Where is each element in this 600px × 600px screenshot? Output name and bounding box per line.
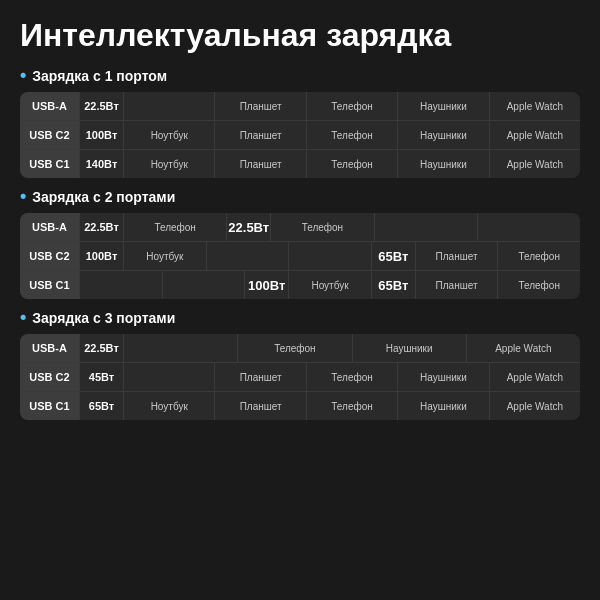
watt-label: 100Вт [245, 271, 289, 299]
device-cell: Наушники [398, 92, 489, 120]
device-cell: Наушники [398, 121, 489, 149]
device-cell [124, 92, 215, 120]
port-label: USB C1 [20, 271, 80, 299]
watt-label: 22.5Вт [80, 213, 124, 241]
table-row: USB-A 22.5Вт Телефон 22.5Вт Телефон [20, 213, 580, 242]
device-cell: Телефон [307, 92, 398, 120]
watt-label: 22.5Вт [80, 334, 124, 362]
section-2-title: Зарядка с 2 портами [20, 186, 580, 207]
device-cell: Apple Watch [467, 334, 580, 362]
device-cell: Планшет [215, 392, 306, 420]
device-cell: Наушники [398, 150, 489, 178]
section-3-title: Зарядка с 3 портами [20, 307, 580, 328]
device-cell: Планшет [416, 271, 499, 299]
table-row: USB C1 140Вт Ноутбук Планшет Телефон Нау… [20, 150, 580, 178]
device-cell: Планшет [215, 363, 306, 391]
device-cell: Ноутбук [124, 242, 207, 270]
port-label: USB C1 [20, 150, 80, 178]
watt-label: 100Вт [80, 121, 124, 149]
device-cell: Наушники [398, 363, 489, 391]
port-label: USB C1 [20, 392, 80, 420]
device-cell: Телефон [124, 213, 227, 241]
device-cell: Ноутбук [289, 271, 372, 299]
watt-label: 100Вт [80, 242, 124, 270]
device-cell: Телефон [307, 392, 398, 420]
port-label: USB C2 [20, 242, 80, 270]
device-cell: Телефон [238, 334, 352, 362]
device-cell: Наушники [398, 392, 489, 420]
device-cell: Планшет [215, 121, 306, 149]
device-cell [289, 242, 372, 270]
table-row: USB C1 65Вт Ноутбук Планшет Телефон Науш… [20, 392, 580, 420]
device-cell: Apple Watch [490, 392, 580, 420]
device-cell: Телефон [271, 213, 374, 241]
table-row: USB C2 45Вт Планшет Телефон Наушники App… [20, 363, 580, 392]
watt-label: 22.5Вт [80, 92, 124, 120]
device-cell [478, 213, 580, 241]
section-2-port: Зарядка с 2 портами USB-A 22.5Вт Телефон… [20, 186, 580, 299]
section-2-table: USB-A 22.5Вт Телефон 22.5Вт Телефон USB … [20, 213, 580, 299]
port-label: USB C2 [20, 363, 80, 391]
device-cell: Apple Watch [490, 92, 580, 120]
section-3-table: USB-A 22.5Вт Телефон Наушники Apple Watc… [20, 334, 580, 420]
device-cell: Наушники [353, 334, 467, 362]
device-cell: Ноутбук [124, 121, 215, 149]
watt-label: 65Вт [80, 392, 124, 420]
page-title: Интеллектуальная зарядка [20, 18, 580, 53]
section-1-table: USB-A 22.5Вт Планшет Телефон Наушники Ap… [20, 92, 580, 178]
watt-label: 65Вт [372, 242, 416, 270]
table-row: USB-A 22.5Вт Планшет Телефон Наушники Ap… [20, 92, 580, 121]
device-cell: Телефон [498, 271, 580, 299]
device-cell: Планшет [215, 92, 306, 120]
device-cell: Телефон [498, 242, 580, 270]
device-cell: Ноутбук [124, 150, 215, 178]
device-cell [124, 363, 215, 391]
device-cell: Телефон [307, 150, 398, 178]
device-cell [124, 334, 238, 362]
watt-label: 140Вт [80, 150, 124, 178]
device-cell: Телефон [307, 121, 398, 149]
device-cell [80, 271, 163, 299]
table-row: USB C2 100Вт Ноутбук Планшет Телефон Нау… [20, 121, 580, 150]
section-1-port: Зарядка с 1 портом USB-A 22.5Вт Планшет … [20, 65, 580, 178]
device-cell [163, 271, 246, 299]
watt-label: 65Вт [372, 271, 416, 299]
port-label: USB-A [20, 334, 80, 362]
section-3-port: Зарядка с 3 портами USB-A 22.5Вт Телефон… [20, 307, 580, 420]
port-label: USB-A [20, 92, 80, 120]
device-cell: Планшет [416, 242, 499, 270]
device-cell [207, 242, 290, 270]
device-cell: Планшет [215, 150, 306, 178]
device-cell: Apple Watch [490, 150, 580, 178]
device-cell: Телефон [307, 363, 398, 391]
device-cell: Apple Watch [490, 363, 580, 391]
device-cell: Apple Watch [490, 121, 580, 149]
device-cell [375, 213, 478, 241]
table-row: USB C1 100Вт Ноутбук 65Вт Планшет Телефо… [20, 271, 580, 299]
device-cell: Ноутбук [124, 392, 215, 420]
table-row: USB C2 100Вт Ноутбук 65Вт Планшет Телефо… [20, 242, 580, 271]
table-row: USB-A 22.5Вт Телефон Наушники Apple Watc… [20, 334, 580, 363]
port-label: USB-A [20, 213, 80, 241]
port-label: USB C2 [20, 121, 80, 149]
section-1-title: Зарядка с 1 портом [20, 65, 580, 86]
watt-label: 45Вт [80, 363, 124, 391]
watt-label: 22.5Вт [227, 213, 271, 241]
